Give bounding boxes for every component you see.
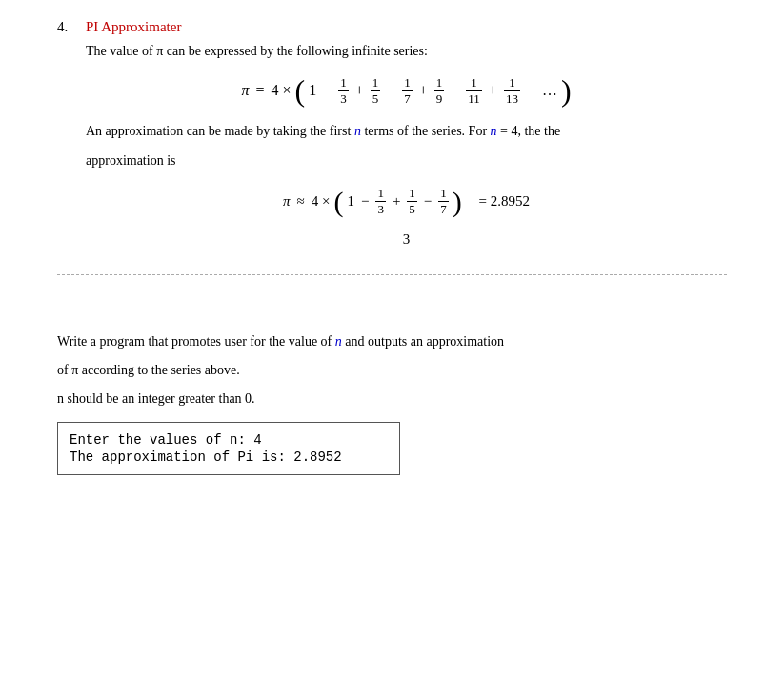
write-line2: of π according to the series above.	[57, 359, 727, 382]
approx-description: An approximation can be made by taking t…	[86, 120, 727, 143]
write-line3: n should be an integer greater than 0.	[57, 388, 727, 410]
terminal-line1: Enter the values of n: 4	[70, 432, 388, 448]
problem-number: 4.	[57, 19, 86, 35]
divider	[57, 274, 727, 285]
write-section: Write a program that promotes user for t…	[57, 302, 727, 490]
series-description: The value of π can be expressed by the f…	[86, 41, 727, 62]
page-number: 3	[86, 231, 727, 248]
problem-title: PI Approximater	[86, 19, 727, 35]
approx-line2: approximation is	[86, 150, 727, 172]
title-text: PI Approximater	[86, 19, 181, 34]
terminal-output: Enter the values of n: 4 The approximati…	[57, 422, 400, 475]
problem-content: PI Approximater The value of π can be ex…	[86, 19, 727, 257]
write-line1: Write a program that promotes user for t…	[57, 330, 727, 353]
problem-section: 4. PI Approximater The value of π can be…	[57, 19, 727, 257]
approx-formula: π ≈ 4 × ( 1 − 13 + 15 − 17 ) = 2.8952	[86, 186, 727, 216]
terminal-line2: The approximation of Pi is: 2.8952	[70, 450, 388, 465]
main-formula: π = 4 × ( 1 − 13 + 15 − 17 + 19 − 111 +	[86, 75, 727, 106]
